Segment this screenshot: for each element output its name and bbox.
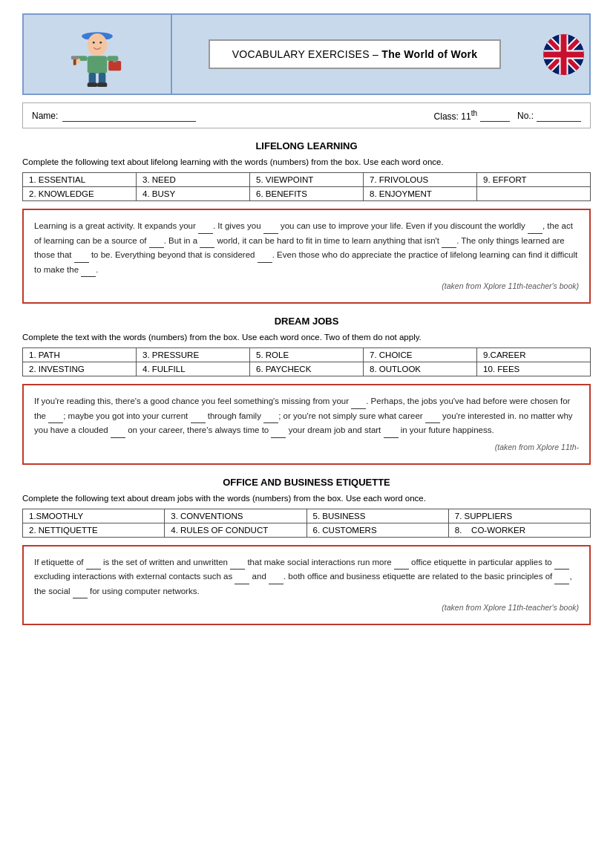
- svg-rect-12: [113, 59, 117, 62]
- table-row: 2. INVESTING 4. FULFILL 6. PAYCHECK 8. O…: [23, 362, 591, 376]
- svg-point-2: [88, 33, 108, 56]
- section-office-etiquette: OFFICE AND BUSINESS ETIQUETTE Complete t…: [22, 477, 591, 626]
- word-cell: 7. SUPPLIERS: [448, 509, 590, 523]
- section1-instruction: Complete the following text about lifelo…: [22, 156, 591, 168]
- blank: [258, 252, 272, 263]
- blank: [351, 399, 366, 409]
- word-cell: 9. EFFORT: [477, 173, 591, 187]
- uk-flag-icon: [543, 34, 584, 75]
- name-row: Name: Class: 11th No.:: [22, 102, 591, 128]
- word-cell: 3. NEED: [137, 173, 250, 187]
- word-cell: 4. BUSY: [137, 187, 250, 201]
- blank: [111, 428, 125, 438]
- blank: [230, 559, 245, 570]
- name-underline[interactable]: [62, 110, 196, 122]
- svg-rect-13: [89, 73, 96, 84]
- svg-rect-11: [108, 61, 121, 71]
- section-dream-jobs: DREAM JOBS Complete the text with the wo…: [22, 316, 591, 465]
- section1-exercise-box: Learning is a great activity. It expands…: [22, 209, 591, 304]
- section3-source: (taken from Xplore 11th-teacher's book): [34, 601, 579, 615]
- word-cell: 1. PATH: [23, 348, 137, 362]
- section2-word-table: 1. PATH 3. PRESSURE 5. ROLE 7. CHOICE 9.…: [22, 347, 591, 376]
- word-cell: 5. BUSINESS: [306, 509, 448, 523]
- blank: [554, 574, 569, 584]
- word-cell: 8. ENJOYMENT: [364, 187, 477, 201]
- blank: [198, 223, 213, 234]
- svg-rect-15: [88, 82, 97, 87]
- table-row: 1. PATH 3. PRESSURE 5. ROLE 7. CHOICE 9.…: [23, 348, 591, 362]
- section3-text: If etiquette of is the set of written an…: [34, 558, 572, 595]
- section1-title: LIFELONG LEARNING: [22, 140, 591, 151]
- no-field: No.:: [517, 110, 581, 122]
- word-cell: 6. BENEFITS: [250, 187, 364, 201]
- svg-point-4: [99, 42, 102, 44]
- word-cell: 7. CHOICE: [364, 348, 477, 362]
- worker-icon: [68, 21, 127, 88]
- word-cell: 1. ESSENTIAL: [23, 173, 137, 187]
- page: VOCABULARY EXERCISES – The World of Work: [0, 0, 613, 868]
- header-title-bold: The World of Work: [381, 48, 477, 60]
- blank: [149, 238, 164, 248]
- blank: [425, 413, 440, 423]
- no-label: No.:: [517, 111, 534, 121]
- section2-instruction: Complete the text with the words (number…: [22, 331, 591, 343]
- section-lifelong-learning: LIFELONG LEARNING Complete the following…: [22, 140, 591, 304]
- word-cell: 9.CAREER: [477, 348, 591, 362]
- header-title: VOCABULARY EXERCISES – The World of Work: [232, 48, 478, 60]
- section2-exercise-box: If you're reading this, there's a good c…: [22, 384, 591, 464]
- blank: [191, 413, 206, 423]
- word-cell: 5. ROLE: [250, 348, 364, 362]
- blank: [263, 223, 278, 234]
- header-title-plain: VOCABULARY EXERCISES –: [232, 48, 382, 60]
- word-cell: 2. INVESTING: [23, 362, 137, 376]
- svg-rect-16: [97, 82, 107, 87]
- blank: [48, 413, 63, 423]
- word-cell: 1.SMOOTHLY: [23, 509, 165, 523]
- section1-text: Learning is a great activity. It expands…: [34, 221, 577, 274]
- word-cell: 8. CO-WORKER: [448, 523, 590, 537]
- svg-rect-27: [543, 51, 584, 57]
- blank: [271, 428, 286, 438]
- word-cell: 7. FRIVOLOUS: [364, 173, 477, 187]
- section3-word-table: 1.SMOOTHLY 3. CONVENTIONS 5. BUSINESS 7.…: [22, 509, 591, 538]
- header-center: VOCABULARY EXERCISES – The World of Work: [172, 15, 537, 94]
- table-row: 1. ESSENTIAL 3. NEED 5. VIEWPOINT 7. FRI…: [23, 173, 591, 187]
- word-cell: 6. PAYCHECK: [250, 362, 364, 376]
- word-cell: 2. NETTIQUETTE: [23, 523, 165, 537]
- svg-point-3: [93, 42, 95, 44]
- section1-word-table: 1. ESSENTIAL 3. NEED 5. VIEWPOINT 7. FRI…: [22, 172, 591, 201]
- word-cell: 8. OUTLOOK: [364, 362, 477, 376]
- blank: [384, 428, 399, 438]
- section1-source: (taken from Xplore 11th-teacher's book): [34, 280, 579, 293]
- svg-rect-5: [88, 56, 108, 74]
- word-cell: 5. VIEWPOINT: [250, 173, 364, 187]
- name-label: Name:: [32, 111, 58, 121]
- word-cell: 4. FULFILL: [137, 362, 250, 376]
- header-flag: [537, 15, 589, 94]
- word-cell: [477, 187, 591, 201]
- class-underline[interactable]: [480, 110, 510, 122]
- section2-title: DREAM JOBS: [22, 316, 591, 327]
- word-cell: 2. KNOWLEDGE: [23, 187, 137, 201]
- word-cell: 3. PRESSURE: [137, 348, 250, 362]
- name-field: Name:: [32, 110, 427, 122]
- blank: [528, 223, 542, 234]
- section3-exercise-box: If etiquette of is the set of written an…: [22, 545, 591, 625]
- blank: [74, 252, 89, 263]
- svg-rect-10: [71, 56, 78, 59]
- header: VOCABULARY EXERCISES – The World of Work: [22, 13, 591, 95]
- section2-source: (taken from Xplore 11th-: [34, 441, 579, 454]
- class-label: Class: 11th: [434, 109, 477, 122]
- blank: [394, 559, 409, 570]
- table-row: 2. KNOWLEDGE 4. BUSY 6. BENEFITS 8. ENJO…: [23, 187, 591, 201]
- header-title-box: VOCABULARY EXERCISES – The World of Work: [209, 39, 502, 69]
- blank: [554, 559, 569, 570]
- svg-rect-14: [99, 73, 105, 84]
- table-row: 2. NETTIQUETTE 4. RULES OF CONDUCT 6. CU…: [23, 523, 591, 537]
- word-cell: 4. RULES OF CONDUCT: [165, 523, 306, 537]
- no-underline[interactable]: [537, 110, 581, 122]
- word-cell: 10. FEES: [477, 362, 591, 376]
- table-row: 1.SMOOTHLY 3. CONVENTIONS 5. BUSINESS 7.…: [23, 509, 591, 523]
- blank: [86, 559, 101, 570]
- class-super: th: [471, 109, 477, 117]
